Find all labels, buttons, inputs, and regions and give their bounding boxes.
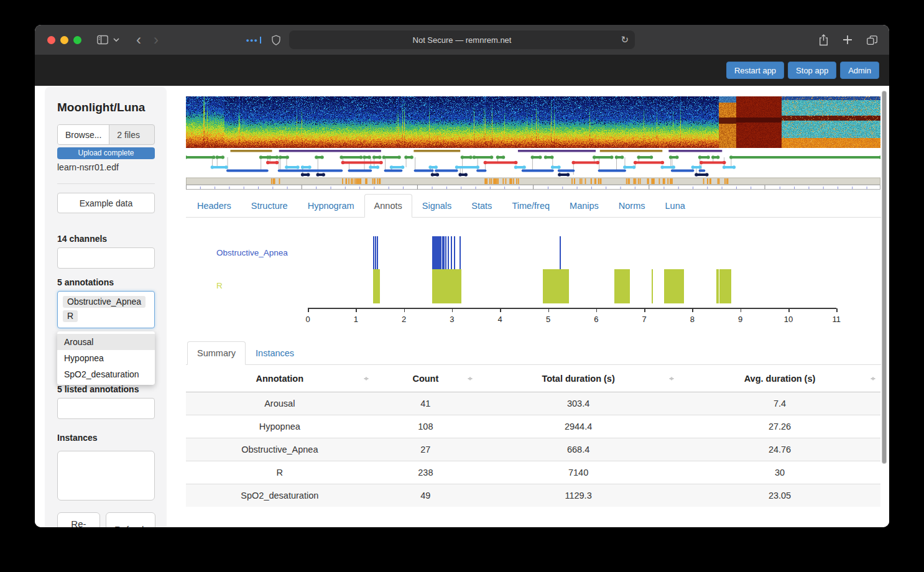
stage-dot [224,165,228,169]
cycle-bar [230,150,272,152]
tab-manips[interactable]: Manips [560,194,609,218]
stage-dot [275,161,279,165]
new-tab-icon[interactable] [843,35,852,45]
tab-structure[interactable]: Structure [241,194,298,218]
stage-dot [700,161,703,165]
restart-app-button[interactable]: Restart app [726,62,784,79]
subtab-instances[interactable]: Instances [246,341,304,365]
sort-icon[interactable] [468,374,473,383]
dropdown-option-spo2[interactable]: SpO2_desaturation [57,366,155,382]
table-row[interactable]: Obstructive_Apnea27668.424.76 [186,438,880,461]
example-data-button[interactable]: Example data [57,193,155,213]
x-axis-tick-label: 0 [295,315,320,324]
event-tick [594,178,596,184]
share-icon[interactable] [818,34,829,46]
tab-overview-icon[interactable] [866,35,878,45]
x-axis-tick [692,308,693,312]
stage-dot [476,165,479,169]
stage-dot [691,165,695,169]
reepoch-button[interactable]: Re-epoch [57,512,100,527]
admin-button[interactable]: Admin [840,62,879,79]
stage-dot [514,165,518,169]
privacy-shield-icon[interactable] [271,34,281,46]
event-tick [279,178,280,184]
cycle-bar [668,150,722,152]
table-row[interactable]: Hypopnea1082944.427.26 [186,415,880,438]
event-tick [509,178,511,184]
event-tick [598,178,599,184]
dropdown-option-arousal[interactable]: Arousal [57,334,155,350]
back-button[interactable]: ‹ [130,32,147,47]
forward-button[interactable]: › [147,32,165,47]
x-axis-tick-label: 11 [824,315,849,324]
tab-luna[interactable]: Luna [655,194,695,218]
stage-dot [461,155,464,159]
stage-dot [695,173,698,177]
tab-stats[interactable]: Stats [461,194,502,218]
spectrogram-image [186,96,880,148]
stage-dot [340,155,343,159]
event-tick [513,178,514,184]
table-cell: Obstructive_Apnea [186,438,374,461]
stage-dot [514,161,518,165]
tab-hypnogram[interactable]: Hypnogram [298,194,364,218]
event-tick [346,178,347,184]
selected-annotation-chip[interactable]: R [63,310,78,322]
sidebar-toggle-icon[interactable] [96,34,109,45]
tab-group-indicator[interactable]: ••• [246,34,281,46]
instances-textarea[interactable] [57,451,155,500]
close-window-button[interactable] [47,36,55,44]
tab-dots-icon: ••• [246,35,261,45]
tab-signals[interactable]: Signals [412,194,462,218]
tab-annots[interactable]: Annots [364,194,412,218]
col-count[interactable]: Count [374,366,478,392]
sort-icon[interactable] [871,374,875,383]
r-interval-bar [652,269,654,303]
dropdown-option-hypopnea[interactable]: Hypopnea [57,350,155,366]
channels-input[interactable] [57,247,155,269]
col-total-duration[interactable]: Total duration (s) [478,366,679,392]
apnea-event-line [375,236,376,269]
selected-annotation-chip[interactable]: Obstructive_Apnea [63,296,146,308]
stage-dot [275,155,279,159]
event-tick [506,178,507,184]
table-cell: 49 [374,484,478,507]
refresh-button[interactable]: Refresh [106,512,156,527]
table-row[interactable]: Arousal41303.47.4 [186,392,880,415]
zoom-window-button[interactable] [73,36,81,44]
subtab-summary[interactable]: Summary [187,341,246,365]
event-tick [718,178,719,184]
sort-icon[interactable] [669,374,674,383]
event-tick [672,178,673,184]
minimize-window-button[interactable] [60,36,68,44]
tab-headers[interactable]: Headers [187,194,241,218]
listed-annotations-input[interactable] [57,398,155,419]
event-tick [628,178,629,184]
stage-dot [571,161,575,165]
x-axis-tick-label: 8 [680,315,705,324]
col-annotation[interactable]: Annotation [186,366,374,392]
chevron-down-icon[interactable] [113,37,120,42]
event-tick [516,178,517,184]
scrollbar-thumb[interactable] [882,91,887,464]
stage-dot [706,155,710,159]
stage-dot [369,165,372,169]
traffic-lights [47,36,81,44]
table-row[interactable]: R238714030 [186,461,880,484]
uploaded-filename: learn-nsrr01.edf [57,162,155,172]
address-bar[interactable]: Not Secure — remnrem.net ↻ [289,30,635,49]
col-avg-duration[interactable]: Avg. duration (s) [679,366,880,392]
event-tick [626,178,627,184]
sort-icon[interactable] [364,374,369,383]
annotations-select[interactable]: Obstructive_Apnea R [57,291,155,328]
browse-button[interactable]: Browse... [58,125,109,144]
tab-norms[interactable]: Norms [609,194,655,218]
apnea-event-line [448,236,449,269]
stage-dot [596,161,600,165]
sidebar: Moonlight/Luna Browse... 2 files Upload … [45,87,167,527]
stop-app-button[interactable]: Stop app [788,62,836,79]
desktop-background: ‹ › ••• Not Secure — remnrem.net ↻ [0,0,924,572]
tab-timefreq[interactable]: Time/freq [502,194,560,218]
reload-icon[interactable]: ↻ [621,34,629,45]
table-row[interactable]: SpO2_desaturation491129.323.05 [186,484,880,507]
